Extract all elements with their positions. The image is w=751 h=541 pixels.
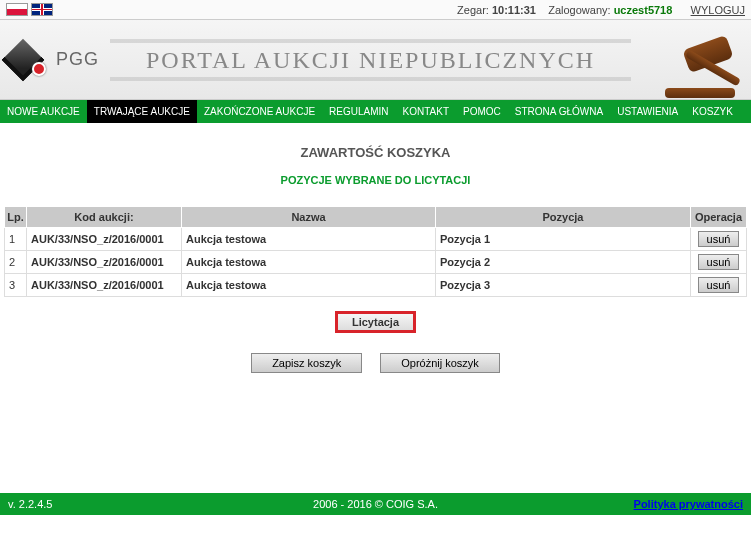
nav-item-4[interactable]: KONTAKT [396, 100, 456, 123]
logo-circle-icon [32, 62, 46, 76]
cell-operacja: usuń [691, 228, 747, 251]
topbar-right: Zegar: 10:11:31 Zalogowany: uczest5718 W… [457, 4, 745, 16]
col-nazwa: Nazwa [182, 207, 436, 228]
page-title: PORTAL AUKCJI NIEPUBLICZNYCH [110, 39, 631, 80]
banner: PGG PORTAL AUKCJI NIEPUBLICZNYCH [0, 20, 751, 100]
table-row: 3AUK/33/NSO_z/2016/0001Aukcja testowaPoz… [5, 274, 747, 297]
nav-item-5[interactable]: POMOC [456, 100, 508, 123]
user-name: uczest5718 [614, 4, 673, 16]
logo-text: PGG [56, 49, 99, 70]
cell-operacja: usuń [691, 251, 747, 274]
content: ZAWARTOŚĆ KOSZYKA POZYCJE WYBRANE DO LIC… [0, 123, 751, 493]
gavel-icon [645, 28, 745, 98]
footer: v. 2.2.4.5 2006 - 2016 © COIG S.A. Polit… [0, 493, 751, 515]
topbar: Zegar: 10:11:31 Zalogowany: uczest5718 W… [0, 0, 751, 20]
nav-item-1[interactable]: TRWAJĄCE AUKCJE [87, 100, 197, 123]
cell-pozycja: Pozycja 3 [436, 274, 691, 297]
remove-button[interactable]: usuń [698, 254, 740, 270]
basket-table: Lp. Kod aukcji: Nazwa Pozycja Operacja 1… [4, 206, 747, 297]
cell-lp: 3 [5, 274, 27, 297]
cell-operacja: usuń [691, 274, 747, 297]
save-basket-button[interactable]: Zapisz koszyk [251, 353, 362, 373]
nav-item-6[interactable]: STRONA GŁÓWNA [508, 100, 610, 123]
cell-lp: 1 [5, 228, 27, 251]
logo: PGG [0, 44, 99, 76]
col-kod: Kod aukcji: [27, 207, 182, 228]
content-subheading: POZYCJE WYBRANE DO LICYTACJI [4, 174, 747, 186]
flag-pl-icon[interactable] [6, 3, 28, 16]
nav-item-7[interactable]: USTAWIENIA [610, 100, 685, 123]
remove-button[interactable]: usuń [698, 277, 740, 293]
bid-button[interactable]: Licytacja [335, 311, 416, 333]
cell-pozycja: Pozycja 2 [436, 251, 691, 274]
cell-kod: AUK/33/NSO_z/2016/0001 [27, 228, 182, 251]
cell-kod: AUK/33/NSO_z/2016/0001 [27, 251, 182, 274]
col-pozycja: Pozycja [436, 207, 691, 228]
nav-item-0[interactable]: NOWE AUKCJE [0, 100, 87, 123]
privacy-link[interactable]: Polityka prywatności [634, 498, 743, 510]
cell-nazwa: Aukcja testowa [182, 228, 436, 251]
nav-item-3[interactable]: REGULAMIN [322, 100, 395, 123]
content-heading: ZAWARTOŚĆ KOSZYKA [4, 145, 747, 160]
table-row: 1AUK/33/NSO_z/2016/0001Aukcja testowaPoz… [5, 228, 747, 251]
col-lp: Lp. [5, 207, 27, 228]
clear-basket-button[interactable]: Opróżnij koszyk [380, 353, 500, 373]
copyright-label: 2006 - 2016 © COIG S.A. [313, 498, 438, 510]
cell-pozycja: Pozycja 1 [436, 228, 691, 251]
main-nav: NOWE AUKCJETRWAJĄCE AUKCJEZAKOŃCZONE AUK… [0, 100, 751, 123]
version-label: v. 2.2.4.5 [8, 498, 52, 510]
nav-item-8[interactable]: KOSZYK [685, 100, 740, 123]
cell-nazwa: Aukcja testowa [182, 251, 436, 274]
col-operacja: Operacja [691, 207, 747, 228]
logged-label: Zalogowany: [548, 4, 610, 16]
cell-kod: AUK/33/NSO_z/2016/0001 [27, 274, 182, 297]
clock-label: Zegar: [457, 4, 489, 16]
nav-item-2[interactable]: ZAKOŃCZONE AUKCJE [197, 100, 322, 123]
cell-lp: 2 [5, 251, 27, 274]
logout-link[interactable]: WYLOGUJ [691, 4, 745, 16]
remove-button[interactable]: usuń [698, 231, 740, 247]
clock-value: 10:11:31 [492, 4, 536, 16]
language-flags [6, 3, 53, 16]
cell-nazwa: Aukcja testowa [182, 274, 436, 297]
flag-uk-icon[interactable] [31, 3, 53, 16]
table-row: 2AUK/33/NSO_z/2016/0001Aukcja testowaPoz… [5, 251, 747, 274]
